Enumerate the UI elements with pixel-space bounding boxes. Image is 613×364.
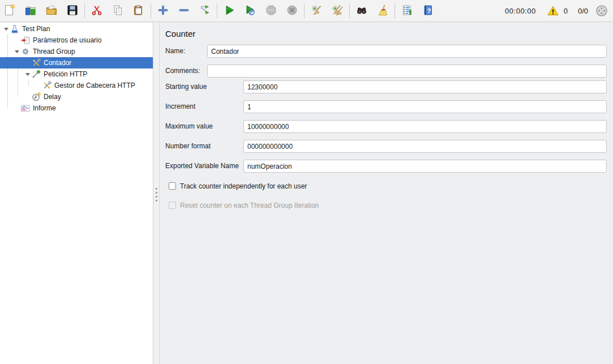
tree-item-peticion-http[interactable]: Petición HTTP	[0, 68, 153, 80]
splitter-handle	[156, 196, 157, 198]
copy-button[interactable]	[111, 4, 125, 18]
name-row: Name:	[165, 45, 607, 58]
maximum-value-label: Maximum value	[165, 120, 213, 133]
help-book-icon: ?	[421, 3, 435, 19]
clear-all-button[interactable]	[331, 4, 344, 18]
clear-button[interactable]	[310, 4, 323, 18]
expander-arrow-icon[interactable]	[24, 68, 32, 80]
name-label: Name:	[165, 45, 185, 58]
toolbar-separator	[151, 3, 151, 18]
tree-item-test-plan[interactable]: Test Plan	[0, 23, 153, 35]
new-file-button[interactable]	[3, 4, 16, 18]
exported-variable-label: Exported Variable Name	[165, 160, 239, 173]
timer-clock-icon	[32, 92, 41, 101]
toolbar-separator	[217, 3, 217, 18]
minus-icon	[177, 3, 191, 19]
svg-text:?: ?	[427, 7, 431, 14]
checkbox-icon[interactable]	[169, 182, 176, 190]
panel-splitter[interactable]	[154, 23, 159, 364]
start-play-icon	[222, 3, 236, 19]
tree-item-gestor-cabecera[interactable]: Gestor de Cabecera HTTP	[0, 80, 153, 91]
starting-value-label: Starting value	[165, 80, 207, 93]
http-request-dropper-icon	[32, 70, 41, 79]
cut-scissors-icon	[90, 3, 104, 19]
open-file-button[interactable]	[45, 4, 58, 18]
test-plan-flask-icon	[10, 24, 19, 33]
binoculars-icon	[355, 3, 368, 19]
toolbar-separator	[349, 3, 350, 18]
help-button[interactable]: ?	[421, 4, 435, 18]
thread-group-gear-icon	[21, 47, 30, 56]
stop-button: STOP	[264, 4, 278, 18]
expander-arrow-icon[interactable]	[2, 23, 10, 35]
status-area: 00:00:00 0 0/0	[505, 4, 608, 18]
page-title: Counter	[165, 29, 195, 38]
name-input[interactable]	[207, 45, 607, 58]
user-parameters-icon	[21, 36, 30, 45]
svg-text:STOP: STOP	[268, 8, 275, 11]
number-format-input[interactable]	[243, 140, 607, 153]
function-helper-button[interactable]	[400, 4, 414, 18]
elapsed-time: 00:00:00	[505, 7, 536, 15]
tree-item-label: Informe	[33, 102, 56, 114]
start-no-pauses-button[interactable]	[243, 4, 257, 18]
checkbox-icon	[169, 202, 176, 209]
new-file-icon	[3, 3, 16, 19]
reset-counter-checkbox: Reset counter on each Thread Group Itera…	[169, 201, 319, 209]
tree-item-contador[interactable]: Contador	[0, 57, 153, 68]
increment-input[interactable]	[243, 100, 607, 113]
tree-item-label: Contador	[44, 57, 71, 68]
comments-label: Comments:	[165, 65, 200, 78]
increment-row: Increment	[165, 100, 607, 113]
track-counter-label: Track counter independently for each use…	[180, 182, 307, 190]
tree-item-label: Gestor de Cabecera HTTP	[54, 80, 135, 91]
expander-arrow-icon[interactable]	[13, 46, 21, 57]
tree-item-user-parameters[interactable]: Parámetros de usuario	[0, 35, 153, 46]
starting-value-input[interactable]	[243, 80, 607, 93]
reset-search-button[interactable]	[376, 4, 389, 18]
paste-button[interactable]	[132, 4, 145, 18]
tree-item-delay[interactable]: Delay	[0, 91, 153, 102]
track-counter-checkbox[interactable]: Track counter independently for each use…	[169, 182, 307, 190]
exported-variable-input[interactable]	[243, 160, 607, 173]
tree-item-label: Delay	[44, 91, 61, 102]
log-error-count: 0	[564, 7, 568, 15]
maximum-value-input[interactable]	[243, 120, 607, 133]
comments-input[interactable]	[207, 65, 607, 78]
start-button[interactable]	[222, 4, 236, 18]
maximum-value-row: Maximum value	[165, 120, 607, 133]
toggle-button[interactable]	[198, 4, 212, 18]
open-folder-icon	[45, 3, 58, 19]
save-floppy-icon	[66, 3, 79, 19]
increment-label: Increment	[165, 100, 195, 113]
expand-all-button[interactable]	[156, 4, 170, 18]
tree-item-label: Parámetros de usuario	[33, 35, 101, 46]
tree-item-informe[interactable]: Informe	[0, 102, 153, 114]
run-indicator-icon	[595, 4, 608, 18]
broom-icon	[376, 3, 389, 19]
jmeter-window: STOP ? 00:00:00	[0, 0, 613, 364]
log-errors-indicator[interactable]: 0	[546, 4, 568, 18]
function-helper-icon	[400, 3, 414, 19]
collapse-all-button[interactable]	[177, 4, 191, 18]
number-format-row: Number format	[165, 140, 607, 153]
toolbar-separator	[395, 3, 395, 18]
tree-item-label: Test Plan	[22, 23, 50, 35]
stop-octagon-icon: STOP	[264, 3, 278, 19]
tree-item-thread-group[interactable]: Thread Group	[0, 46, 153, 57]
save-button[interactable]	[66, 4, 79, 18]
splitter-handle	[156, 192, 157, 194]
paste-clipboard-icon	[132, 3, 145, 19]
cut-button[interactable]	[90, 4, 104, 18]
tree-item-label: Petición HTTP	[44, 68, 87, 80]
toolbar-separator	[304, 3, 305, 18]
toolbar-separator	[84, 3, 85, 18]
templates-button[interactable]	[24, 4, 37, 18]
shutdown-x-icon	[285, 3, 299, 19]
report-chart-icon	[21, 104, 30, 113]
warning-triangle-icon	[546, 4, 560, 18]
search-button[interactable]	[355, 4, 368, 18]
toggle-arrows-icon	[198, 3, 212, 19]
counter-config-panel: Counter Name: Comments: Starting value I…	[159, 23, 613, 364]
splitter-handle	[156, 188, 157, 190]
